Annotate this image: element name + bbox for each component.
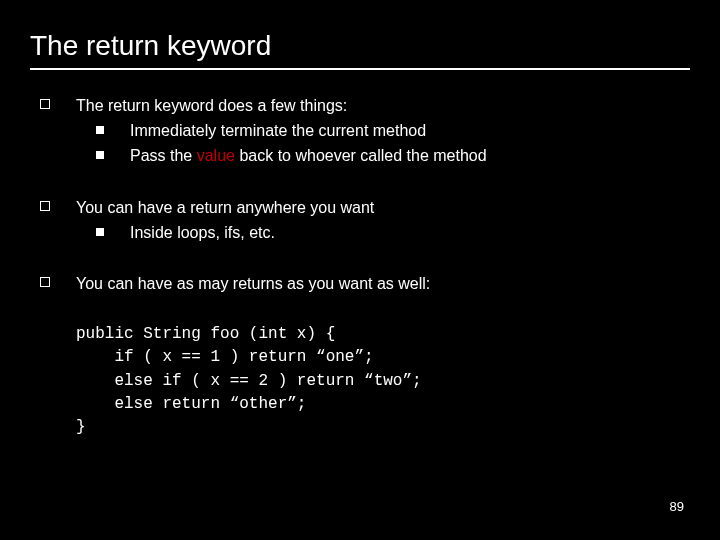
bullet-1-text: The return keyword does a few things: [76,94,690,117]
bullet-1-sub-2: Pass the value back to whoever called th… [76,144,690,167]
bullet-1-sub-2-text: Pass the value back to whoever called th… [130,144,487,167]
square-outline-icon [40,201,50,211]
slide-title: The return keyword [30,30,690,62]
bullet-1: The return keyword does a few things: Im… [30,94,690,168]
highlight-red: value [197,147,235,164]
bullet-3-text: You can have as may returns as you want … [76,272,690,295]
code-block: public String foo (int x) { if ( x == 1 … [76,323,690,439]
square-outline-icon [40,99,50,109]
square-filled-icon [96,126,104,134]
bullet-2: You can have a return anywhere you want … [30,196,690,244]
bullet-1-sub-1-text: Immediately terminate the current method [130,119,426,142]
bullet-2-text: You can have a return anywhere you want [76,196,690,219]
bullet-3: You can have as may returns as you want … [30,272,690,295]
bullet-1-sub-1: Immediately terminate the current method [76,119,690,142]
square-filled-icon [96,151,104,159]
bullet-2-sub-1: Inside loops, ifs, etc. [76,221,690,244]
square-outline-icon [40,277,50,287]
bullet-2-sub-1-text: Inside loops, ifs, etc. [130,221,275,244]
square-filled-icon [96,228,104,236]
page-number: 89 [670,499,684,514]
title-divider [30,68,690,70]
